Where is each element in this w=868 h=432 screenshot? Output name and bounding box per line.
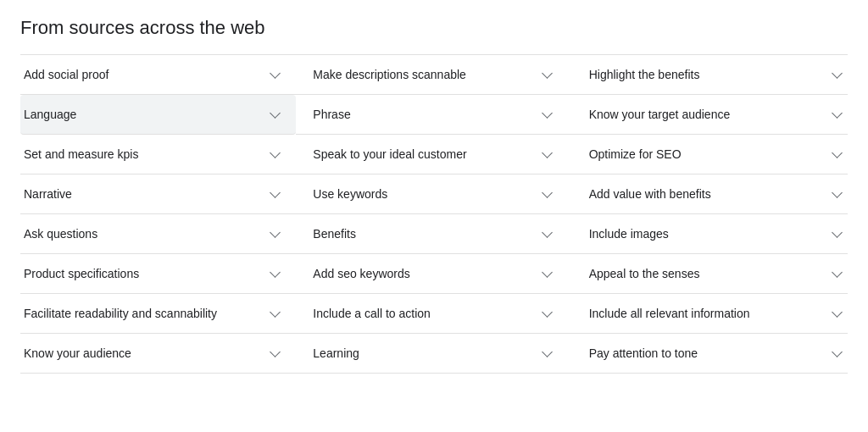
accordion-item[interactable]: Ask questions <box>20 214 296 254</box>
accordion-item-label: Phrase <box>313 108 532 121</box>
chevron-down-icon <box>540 147 555 162</box>
accordion-item-label: Include images <box>589 227 822 241</box>
accordion-item-label: Include all relevant information <box>589 307 822 320</box>
chevron-down-icon <box>829 147 844 162</box>
accordion-item[interactable]: Include a call to action <box>296 294 571 334</box>
chevron-down-icon <box>829 266 844 281</box>
page-title: From sources across the web <box>20 17 848 39</box>
accordion-item[interactable]: Know your audience <box>20 334 296 374</box>
chevron-down-icon <box>540 107 555 122</box>
accordion-item[interactable]: Include images <box>572 214 848 254</box>
accordion-item[interactable]: Benefits <box>296 214 571 254</box>
accordion-item[interactable]: Learning <box>296 334 571 374</box>
accordion-item-label: Add social proof <box>24 68 260 81</box>
accordion-item-label: Ask questions <box>24 227 260 241</box>
accordion-item[interactable]: Include all relevant information <box>572 294 848 334</box>
accordion-item-label: Speak to your ideal customer <box>313 147 532 161</box>
accordion-item-label: Pay attention to tone <box>589 346 822 360</box>
chevron-down-icon <box>829 67 844 82</box>
accordion-item-label: Learning <box>313 346 532 360</box>
accordion-item[interactable]: Optimize for SEO <box>572 135 848 174</box>
chevron-down-icon <box>267 226 282 241</box>
accordion-item[interactable]: Appeal to the senses <box>572 254 848 294</box>
column-3: Highlight the benefitsKnow your target a… <box>572 54 848 374</box>
accordion-item[interactable]: Phrase <box>296 95 571 135</box>
accordion-item-label: Add value with benefits <box>589 187 822 201</box>
accordion-item[interactable]: Facilitate readability and scannability <box>20 294 296 334</box>
chevron-down-icon <box>267 266 282 281</box>
accordion-item[interactable]: Product specifications <box>20 254 296 294</box>
chevron-down-icon <box>267 306 282 321</box>
accordion-item-label: Language <box>24 108 260 121</box>
accordion-item-label: Know your target audience <box>589 108 822 121</box>
chevron-down-icon <box>267 186 282 202</box>
column-2: Make descriptions scannablePhraseSpeak t… <box>296 54 571 374</box>
accordion-item-label: Set and measure kpis <box>24 147 260 161</box>
chevron-down-icon <box>540 266 555 281</box>
accordion-item-label: Add seo keywords <box>313 267 532 280</box>
chevron-down-icon <box>829 226 844 241</box>
chevron-down-icon <box>267 147 282 162</box>
chevron-down-icon <box>829 107 844 122</box>
accordion-item-label: Make descriptions scannable <box>313 68 532 81</box>
accordion-grid: Add social proofLanguageSet and measure … <box>20 54 848 374</box>
chevron-down-icon <box>540 346 555 361</box>
accordion-item[interactable]: Make descriptions scannable <box>296 54 571 95</box>
accordion-item[interactable]: Add value with benefits <box>572 174 848 214</box>
accordion-item[interactable]: Language <box>20 95 296 135</box>
accordion-item-label: Highlight the benefits <box>589 68 822 81</box>
accordion-item[interactable]: Highlight the benefits <box>572 54 848 95</box>
accordion-item[interactable]: Narrative <box>20 174 296 214</box>
chevron-down-icon <box>267 107 282 122</box>
accordion-item-label: Optimize for SEO <box>589 147 822 161</box>
chevron-down-icon <box>540 306 555 321</box>
accordion-item[interactable]: Know your target audience <box>572 95 848 135</box>
chevron-down-icon <box>540 186 555 202</box>
accordion-item-label: Facilitate readability and scannability <box>24 307 260 320</box>
column-1: Add social proofLanguageSet and measure … <box>20 54 296 374</box>
accordion-item-label: Product specifications <box>24 267 260 280</box>
chevron-down-icon <box>829 306 844 321</box>
accordion-item-label: Narrative <box>24 187 260 201</box>
accordion-item-label: Appeal to the senses <box>589 267 822 280</box>
accordion-item[interactable]: Use keywords <box>296 174 571 214</box>
accordion-item[interactable]: Set and measure kpis <box>20 135 296 174</box>
accordion-item-label: Use keywords <box>313 187 532 201</box>
chevron-down-icon <box>267 67 282 82</box>
accordion-item-label: Benefits <box>313 227 532 241</box>
chevron-down-icon <box>267 346 282 361</box>
accordion-item[interactable]: Pay attention to tone <box>572 334 848 374</box>
accordion-item-label: Know your audience <box>24 346 260 360</box>
chevron-down-icon <box>540 67 555 82</box>
chevron-down-icon <box>540 226 555 241</box>
accordion-item-label: Include a call to action <box>313 307 532 320</box>
chevron-down-icon <box>829 186 844 202</box>
accordion-item[interactable]: Add social proof <box>20 54 296 95</box>
accordion-item[interactable]: Add seo keywords <box>296 254 571 294</box>
accordion-item[interactable]: Speak to your ideal customer <box>296 135 571 174</box>
chevron-down-icon <box>829 346 844 361</box>
